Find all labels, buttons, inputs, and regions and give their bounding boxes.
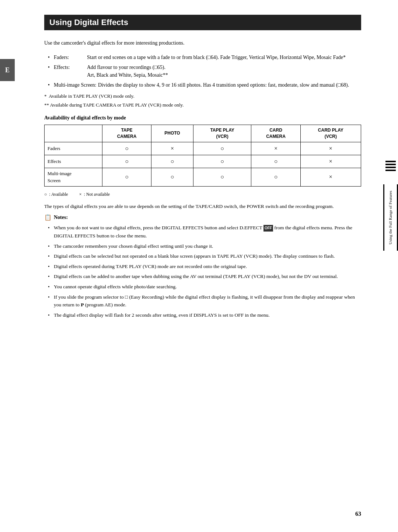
note-3: Digital effects can be selected but not … [54, 252, 335, 260]
cell-multiimage-card-play: × [300, 168, 361, 186]
bullet-content: Start or end scenes on a tape with a fad… [87, 53, 361, 61]
notes-dot: • [48, 311, 54, 319]
bullet-content: Divides the display to show 4, 9 or 16 s… [98, 81, 361, 89]
list-item: • Multi-image Screen: Divides the displa… [48, 81, 361, 89]
sidebar-label: Using the Full Range of Features [383, 184, 398, 251]
legend-not-available: × : Not available [79, 192, 110, 197]
legend-available: ○ : Available [44, 192, 68, 197]
col-header-tape-camera: TAPECAMERA [102, 125, 151, 142]
notes-dot: • [48, 283, 54, 291]
note-2: The camcorder remembers your chosen digi… [54, 242, 213, 250]
list-item: • Digital effects operated during TAPE P… [48, 262, 361, 271]
cell-faders-card-camera: × [251, 142, 300, 155]
footnote-1: * Available in TAPE PLAY (VCR) mode only… [44, 93, 361, 100]
page-container: E Using the Full Range of Features Using… [0, 0, 398, 532]
notes-icon: 📋 [44, 214, 52, 221]
list-item: • Digital effects can be selected but no… [48, 252, 361, 260]
list-item: • Effects: Add flavour to your recording… [48, 63, 361, 79]
notes-dot: • [48, 293, 54, 309]
cell-multiimage-card-camera: ○ [251, 168, 300, 186]
footnote-2: ** Available during TAPE CAMERA or TAPE … [44, 101, 361, 109]
cell-faders-photo: × [151, 142, 193, 155]
table-legend: ○ : Available × : Not available [44, 192, 361, 197]
bullet-label: Effects: [54, 63, 87, 79]
list-item: • You cannot operate digital effects whi… [48, 283, 361, 291]
cell-effects-tape-play: ○ [193, 155, 251, 168]
page-title: Using Digital Effects [44, 15, 361, 30]
col-header-photo: PHOTO [151, 125, 193, 142]
cell-faders-card-play: × [300, 142, 361, 155]
notes-dot: • [48, 262, 54, 271]
bullet-label: Faders: [54, 53, 87, 61]
note-7: If you slide the program selector to □ (… [54, 293, 361, 309]
bullet-content: Add flavour to your recordings (□65).Art… [87, 63, 361, 79]
cell-effects-card-play: × [300, 155, 361, 168]
row-label-effects: Effects [45, 155, 102, 168]
bullet-dot: • [48, 81, 54, 89]
notes-heading-text: Notes: [54, 215, 68, 220]
note-8: The digital effect display will flash fo… [54, 311, 270, 319]
list-item: • If you slide the program selector to □… [48, 293, 361, 309]
table-row: Multi-imageScreen ○ ○ ○ ○ × [45, 168, 361, 186]
intro-text: Use the camcorder's digital effects for … [44, 39, 361, 47]
note-5: Digital effects can be added to another … [54, 272, 338, 281]
cell-effects-tape-camera: ○ [102, 155, 151, 168]
bullet-list: • Faders: Start or end scenes on a tape … [48, 53, 361, 89]
cell-multiimage-photo: ○ [151, 168, 193, 186]
row-label-multiimage: Multi-imageScreen [45, 168, 102, 186]
notes-dot: • [48, 252, 54, 260]
note-6: You cannot operate digital effects while… [54, 283, 177, 291]
col-header-card-camera: CARDCAMERA [251, 125, 300, 142]
cell-faders-tape-camera: ○ [102, 142, 151, 155]
table-row: Effects ○ ○ ○ ○ × [45, 155, 361, 168]
bullet-dot: • [48, 63, 54, 79]
legend-circle: ○ [44, 192, 47, 197]
notes-dot: • [48, 242, 54, 250]
notes-heading: 📋 Notes: [44, 214, 361, 221]
row-label-faders: Faders [45, 142, 102, 155]
cell-effects-card-camera: ○ [251, 155, 300, 168]
info-paragraph: The types of digital effects you are abl… [44, 202, 361, 211]
notes-list: • When you do not want to use digital ef… [48, 224, 361, 319]
list-item: • Faders: Start or end scenes on a tape … [48, 53, 361, 61]
page-number: 63 [355, 511, 361, 517]
main-content: Using Digital Effects Use the camcorder'… [44, 15, 361, 517]
off-badge: OFF [263, 225, 273, 232]
cell-multiimage-tape-play: ○ [193, 168, 251, 186]
col-header-tape-play: TAPE PLAY(VCR) [193, 125, 251, 142]
sidebar-decoration [383, 159, 398, 173]
cell-effects-photo: ○ [151, 155, 193, 168]
legend-not-available-text: : Not available [84, 192, 110, 197]
list-item: • The camcorder remembers your chosen di… [48, 242, 361, 250]
col-header-card-play: CARD PLAY(VCR) [300, 125, 361, 142]
notes-dot: • [48, 224, 54, 240]
note-4: Digital effects operated during TAPE PLA… [54, 262, 247, 271]
table-heading: Availability of digital effects by mode [44, 115, 361, 121]
col-header-empty [45, 125, 102, 142]
legend-cross: × [79, 192, 82, 197]
list-item: • When you do not want to use digital ef… [48, 224, 361, 240]
cell-faders-tape-play: ○ [193, 142, 251, 155]
legend-available-text: : Available [49, 192, 68, 197]
effects-table: TAPECAMERA PHOTO TAPE PLAY(VCR) CARDCAME… [44, 125, 361, 187]
list-item: • Digital effects can be added to anothe… [48, 272, 361, 281]
list-item: • The digital effect display will flash … [48, 311, 361, 319]
table-row: Faders ○ × ○ × × [45, 142, 361, 155]
cell-multiimage-tape-camera: ○ [102, 168, 151, 186]
bullet-label: Multi-image Screen: [54, 81, 98, 89]
tab-e: E [0, 59, 15, 81]
note-1: When you do not want to use digital effe… [54, 224, 361, 240]
footnotes: * Available in TAPE PLAY (VCR) mode only… [44, 93, 361, 108]
notes-dot: • [48, 272, 54, 281]
bullet-dot: • [48, 53, 54, 61]
